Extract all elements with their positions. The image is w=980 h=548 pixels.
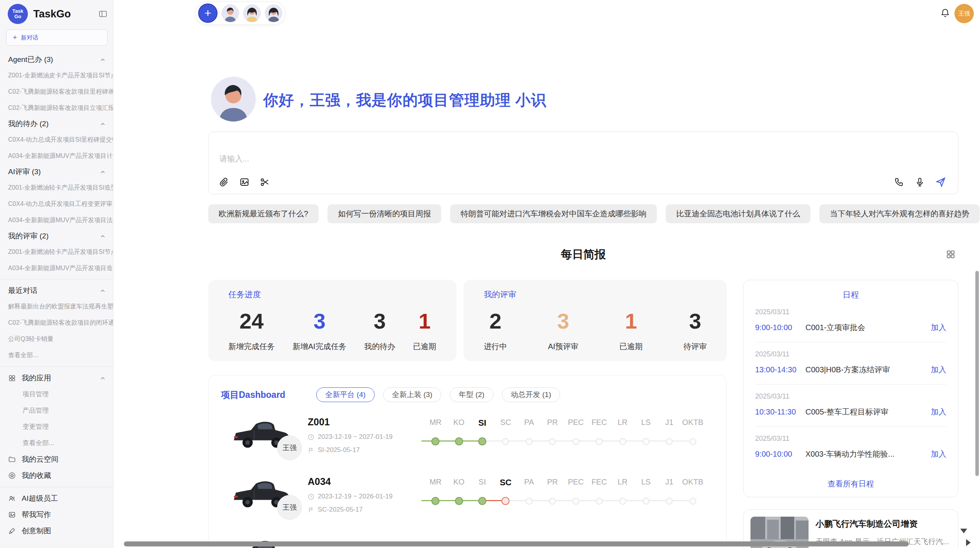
project-dashboard-card: 项目Dashboard 全新平台 (4)全新上装 (3)年型 (2)动总开发 (… — [208, 375, 726, 548]
section-header[interactable]: 我的评审 (2) — [0, 228, 113, 244]
new-chat-label: 新对话 — [21, 34, 38, 41]
microphone-icon[interactable] — [915, 177, 925, 187]
chevron-up-icon[interactable] — [99, 375, 106, 382]
sidebar-item-star[interactable]: 我的收藏 — [0, 468, 113, 484]
suggestion-chip[interactable]: 欧洲新规最近颁布了什么? — [208, 204, 319, 223]
stat-item: 3我的待办 — [364, 308, 395, 352]
layout-grid-icon[interactable] — [946, 249, 956, 259]
stat-item: 3AI预评审 — [548, 308, 579, 352]
chevron-up-icon[interactable] — [99, 288, 106, 294]
sidebar-tool-item[interactable]: AI超级员工 — [0, 490, 113, 507]
chat-composer — [208, 132, 958, 194]
filter-pill[interactable]: 全新上装 (3) — [383, 387, 442, 402]
milestone-dot — [549, 438, 556, 445]
composer-toolbar — [209, 176, 958, 194]
app-item[interactable]: 产品管理 — [0, 402, 113, 419]
stat-value: 3 — [684, 308, 707, 334]
pen-icon — [8, 527, 16, 535]
sidebar-item[interactable]: A034-全新新能源MUV产品开发项目计划变更表编写 — [0, 148, 113, 164]
chevron-up-icon[interactable] — [99, 169, 106, 175]
suggestion-chip[interactable]: 如何写一份清晰的项目周报 — [327, 204, 441, 223]
notification-bell-icon[interactable] — [940, 8, 951, 19]
chat-avatar[interactable] — [265, 4, 283, 22]
recent-chat-item[interactable]: 公司Q3轻卡销量 — [0, 331, 113, 347]
section-header[interactable]: 最近对话 — [0, 283, 113, 298]
link-label: 我的收藏 — [22, 471, 51, 481]
milestone-dot — [526, 438, 533, 445]
milestone-dot — [572, 498, 579, 505]
table-row[interactable]: 王强Z0012023-12-19 ~ 2027-01-19SI-2025-05-… — [230, 413, 704, 467]
scroll-down-arrow[interactable] — [960, 529, 967, 533]
filter-pill[interactable]: 全新平台 (4) — [316, 387, 375, 402]
send-icon[interactable] — [935, 176, 946, 188]
date-range: 2023-12-19 ~ 2026-01-19 — [318, 493, 392, 500]
stat-label: 我的待办 — [364, 341, 395, 352]
chat-input[interactable] — [209, 132, 958, 176]
scissors-icon[interactable] — [260, 177, 270, 187]
sidebar-collapse-icon[interactable] — [98, 9, 108, 19]
join-button[interactable]: 加入 — [931, 449, 946, 459]
section-header[interactable]: 我的待办 (2) — [0, 116, 113, 132]
milestone-dot — [526, 498, 533, 505]
chat-avatar[interactable] — [243, 4, 261, 22]
chevron-up-icon[interactable] — [99, 57, 106, 63]
milestone-label: LS — [641, 418, 651, 427]
sidebar-item[interactable]: C0X4-动力总成开发项目工程变更评审 — [0, 196, 113, 212]
recent-chat-item[interactable]: C02-飞腾新能源轻客改款项目的闭环通告反馈情况 — [0, 315, 113, 331]
chat-avatar[interactable] — [221, 4, 239, 22]
phone-icon[interactable] — [894, 177, 905, 187]
view-all-schedule-link[interactable]: 查看所有日程 — [755, 479, 946, 489]
chevron-up-icon[interactable] — [99, 121, 106, 127]
sidebar-item-folder[interactable]: 我的云空间 — [0, 451, 113, 468]
sidebar-item[interactable]: Z001-全新燃油轻卡产品开发项目SI造型提交物评审 — [0, 180, 113, 196]
suggestion-chip[interactable]: 特朗普可能对进口汽车增税会对中国车企造成哪些影响 — [450, 204, 657, 223]
schedule-time: 10:30-11:30 — [755, 408, 805, 416]
sidebar-item[interactable]: C0X4-动力总成开发项目SI里程碑提交物检查 — [0, 132, 113, 148]
attachment-icon[interactable] — [219, 177, 229, 187]
schedule-date: 2025/03/11 — [755, 350, 946, 358]
join-button[interactable]: 加入 — [931, 365, 946, 375]
app-item[interactable]: 变更管理 — [0, 419, 113, 435]
stat-row: 24新增完成任务3新增AI完成任务3我的待办1已逾期 — [228, 308, 436, 352]
chevron-up-icon[interactable] — [99, 233, 106, 240]
recent-chats-pill: + — [195, 2, 285, 25]
divider — [0, 487, 113, 487]
sidebar-item[interactable]: Z001-全新燃油轻卡产品开发项目SI节点属性5D文件评审 — [0, 244, 113, 260]
horizontal-scrollbar[interactable] — [124, 541, 909, 546]
view-all-link[interactable]: 查看全部... — [0, 435, 113, 451]
sidebar-section: 我的评审 (2)Z001-全新燃油轻卡产品开发项目SI节点属性5D文件评审A03… — [0, 228, 113, 276]
recent-chat-item[interactable]: 解释最新出台的欧盟报废车法规再生塑料比例被调至15%... — [0, 298, 113, 315]
sidebar-item[interactable]: A034-全新新能源MUV产品开发项目造型可行性评审 — [0, 260, 113, 276]
section-header[interactable]: AI评审 (3) — [0, 164, 113, 180]
filter-pill[interactable]: 动总开发 (1) — [502, 387, 560, 402]
join-button[interactable]: 加入 — [931, 407, 946, 417]
sidebar-item-my-apps[interactable]: 我的应用 — [0, 370, 113, 386]
join-button[interactable]: 加入 — [931, 322, 946, 333]
user-avatar[interactable]: 王强 — [954, 4, 974, 23]
image-upload-icon[interactable] — [239, 177, 250, 187]
sidebar-item[interactable]: C02-飞腾新能源轻客改款项目里程碑画布 — [0, 84, 113, 100]
suggestion-chip[interactable]: 比亚迪全固态电池计划具体说了什么 — [666, 204, 810, 223]
section-header[interactable]: Agent已办 (3) — [0, 52, 113, 67]
table-row[interactable]: 王强A0342023-12-19 ~ 2026-01-19SC-2025-05-… — [230, 472, 704, 526]
new-session-button[interactable]: + — [198, 3, 218, 23]
sidebar-item[interactable]: Z001-全新燃油皮卡产品开发项目SI节点Lesson Learn报告 — [0, 67, 113, 84]
sidebar-item[interactable]: C02-飞腾新能源轻客改款项目立项汇报方案 — [0, 100, 113, 116]
schedule-name: C003|H0B-方案冻结评审 — [805, 365, 931, 375]
suggestion-chip[interactable]: 当下年轻人对汽车外观有怎样的喜好趋势 — [819, 204, 980, 223]
project-info: Z0012023-12-19 ~ 2027-01-19SI-2025-05-17 — [308, 413, 424, 467]
schedule-row: 9:00-10:00X003-车辆动力学性能验...加入 — [755, 449, 946, 459]
sidebar-item[interactable]: A034-全新新能源MUV产品开发项目法规符合性评审 — [0, 212, 113, 228]
project-flag: SC-2025-05-17 — [308, 506, 424, 514]
filter-pill[interactable]: 年型 (2) — [450, 387, 493, 402]
view-all-link[interactable]: 查看全部... — [0, 347, 113, 363]
new-chat-button[interactable]: + 新对话 — [6, 29, 108, 46]
vertical-scrollbar[interactable] — [975, 271, 979, 476]
milestone-label: LS — [641, 478, 651, 486]
divider — [0, 279, 113, 280]
scroll-right-arrow[interactable] — [966, 539, 971, 546]
sidebar-tool-item[interactable]: 帮我写作 — [0, 507, 113, 523]
sidebar-tool-item[interactable]: 创意制图 — [0, 523, 113, 539]
milestone-label: SI — [478, 418, 487, 428]
app-item[interactable]: 项目管理 — [0, 386, 113, 402]
